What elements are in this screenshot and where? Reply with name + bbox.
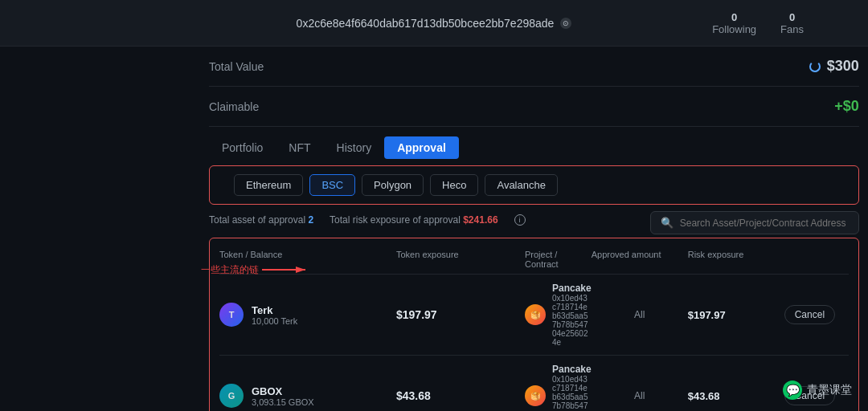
total-asset-label: Total asset of approval 2 xyxy=(209,214,313,226)
info-icon[interactable]: i xyxy=(514,214,526,226)
approved-amount-1: All xyxy=(592,309,688,320)
wallet-address: 0x2c6e8e4f6640dab617d13db50bcee2bb7e298a… xyxy=(297,17,572,30)
left-panel: Total Value $300 Claimable +$0 Portfolio… xyxy=(0,47,868,411)
token-exposure-gbox: $43.68 xyxy=(396,389,525,402)
token-balance-terk: 10,000 Terk xyxy=(252,316,297,326)
token-name-terk: Terk xyxy=(252,304,297,316)
search-icon: 🔍 xyxy=(661,217,674,229)
chain-avalanche[interactable]: Avalanche xyxy=(485,174,557,196)
project-avatar-pancake2: 🥞 xyxy=(525,385,546,406)
watermark-text: 青墨课堂 xyxy=(807,383,852,397)
total-value-label: Total Value xyxy=(209,60,264,73)
table-meta: Total asset of approval 2 Total risk exp… xyxy=(209,214,526,226)
following-stat: 0 Following xyxy=(712,11,756,35)
project-avatar-pancake1: 🥞 xyxy=(525,304,546,325)
risk-total: $241.66 xyxy=(463,214,497,226)
total-risk-label: Total risk exposure of approval $241.66 xyxy=(330,214,497,226)
token-balance-gbox: 3,093.15 GBOX xyxy=(252,397,314,407)
risk-value-1: $197.97 xyxy=(688,309,784,321)
table-row: T Terk 10,000 Terk $197.97 🥞 Pancake 0x1… xyxy=(219,275,849,356)
header: 0x2c6e8e4f6640dab617d13db50bcee2bb7e298a… xyxy=(0,0,868,47)
chain-selector: Ethereum BSC Polygon Heco Avalanche xyxy=(209,165,859,205)
fans-stat: 0 Fans xyxy=(780,11,804,35)
token-cell-terk: T Terk 10,000 Terk xyxy=(219,303,396,327)
token-exposure-terk: $197.97 xyxy=(396,308,525,321)
total-value-amount: $300 xyxy=(809,58,859,75)
search-bar: 🔍 xyxy=(650,211,859,234)
project-name-pancake2: Pancake xyxy=(552,364,592,375)
token-avatar-gbox: G xyxy=(219,384,244,408)
copy-icon[interactable]: ⊙ xyxy=(560,18,571,29)
claimable-label: Claimable xyxy=(209,100,259,113)
project-contract-1: 0x10ed43c718714eb63d5aa57b78b54704e25602… xyxy=(552,294,592,347)
claimable-value: +$0 xyxy=(834,98,859,115)
summary-cards: Total Value $300 Claimable +$0 xyxy=(185,47,868,127)
search-input[interactable] xyxy=(680,218,849,229)
header-stats: 0 Following 0 Fans xyxy=(712,11,804,35)
token-cell-gbox: G GBOX 3,093.15 GBOX xyxy=(219,384,396,408)
chain-polygon[interactable]: Polygon xyxy=(362,174,424,196)
table-row: G GBOX 3,093.15 GBOX $43.68 🥞 Pancake 0x… xyxy=(219,356,849,411)
token-name-gbox: GBOX xyxy=(252,385,314,397)
annotation: 一些主流的链 xyxy=(201,262,310,278)
project-name-pancake1: Pancake xyxy=(552,283,592,294)
tab-nft[interactable]: NFT xyxy=(276,136,323,159)
wechat-icon: 💬 xyxy=(783,380,802,400)
project-cell-pancake1: 🥞 Pancake 0x10ed43c718714eb63d5aa57b78b5… xyxy=(525,283,592,347)
table-header: Token / Balance Token exposure Project /… xyxy=(219,246,849,275)
claimable-card: Claimable +$0 xyxy=(209,87,859,127)
tab-history[interactable]: History xyxy=(324,136,385,159)
tab-approval[interactable]: Approval xyxy=(384,136,459,159)
project-contract-2: 0x10ed43c718714eb63d5aa57b78b54704e25602… xyxy=(552,375,592,411)
project-cell-pancake2: 🥞 Pancake 0x10ed43c718714eb63d5aa57b78b5… xyxy=(525,364,592,411)
chain-bsc[interactable]: BSC xyxy=(309,174,355,196)
annotation-text: 一些主流的链 xyxy=(201,263,259,277)
main-layout: Total Value $300 Claimable +$0 Portfolio… xyxy=(0,47,868,411)
annotation-arrow xyxy=(262,262,310,278)
watermark: 💬 青墨课堂 xyxy=(783,380,852,400)
tab-portfolio[interactable]: Portfolio xyxy=(209,136,276,159)
asset-count: 2 xyxy=(308,214,313,226)
left-content: Total Value $300 Claimable +$0 Portfolio… xyxy=(185,47,868,411)
total-value-card: Total Value $300 xyxy=(209,47,859,87)
approved-amount-2: All xyxy=(592,390,688,401)
token-avatar-terk: T xyxy=(219,303,244,327)
cancel-button-1[interactable]: Cancel xyxy=(784,305,835,324)
risk-value-2: $43.68 xyxy=(688,390,784,402)
refresh-icon[interactable] xyxy=(809,61,821,72)
tab-bar: Portfolio NFT History Approval xyxy=(185,127,868,159)
chain-ethereum[interactable]: Ethereum xyxy=(234,174,303,196)
chain-heco[interactable]: Heco xyxy=(430,174,478,196)
